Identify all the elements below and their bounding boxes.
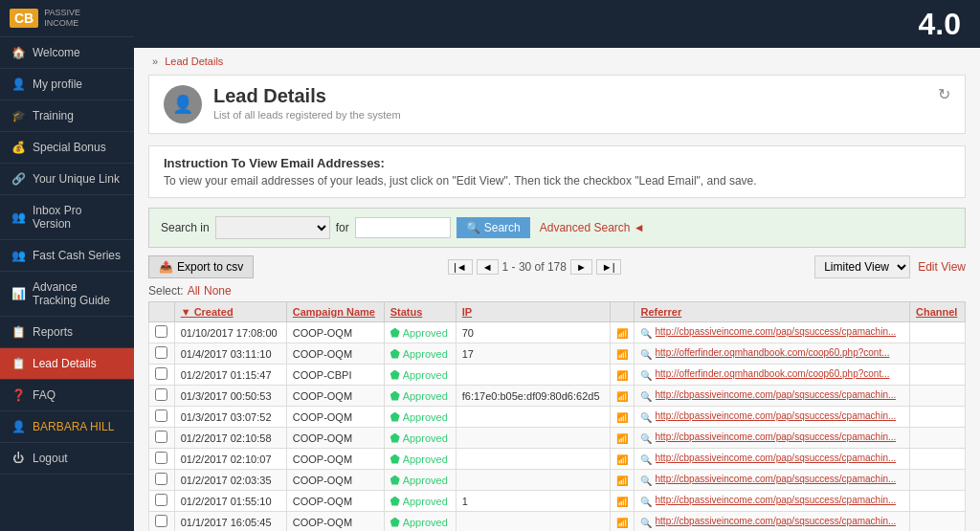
row-campaign: COOP-CBPI bbox=[286, 365, 384, 386]
prev-page-button[interactable]: ◄ bbox=[477, 259, 499, 275]
row-created: 01/2/2017 02:10:07 bbox=[174, 449, 286, 470]
breadcrumb: » Lead Details bbox=[148, 55, 966, 67]
pagination-info: |◄ ◄ 1 - 30 of 178 ► ►| bbox=[448, 259, 621, 275]
table-row[interactable]: 01/2/2017 02:03:35 COOP-OQM Approved 📶 🔍… bbox=[149, 470, 966, 491]
sidebar-item-reports[interactable]: 📋 Reports bbox=[0, 317, 134, 348]
sidebar-item-training[interactable]: 🎓 Training bbox=[0, 100, 134, 132]
row-ip bbox=[456, 365, 610, 386]
row-ip bbox=[456, 449, 610, 470]
sidebar-item-logout[interactable]: ⏻ Logout bbox=[0, 443, 134, 475]
row-channel bbox=[909, 343, 965, 365]
page-header-avatar: 👤 bbox=[164, 85, 202, 123]
row-status: Approved bbox=[384, 365, 456, 386]
refresh-button[interactable]: ↻ bbox=[938, 85, 950, 103]
table-row[interactable]: 01/2/2017 02:10:58 COOP-OQM Approved 📶 🔍… bbox=[149, 428, 966, 449]
export-csv-button[interactable]: 📤 Export to csv bbox=[148, 255, 254, 278]
row-campaign: COOP-OQM bbox=[286, 449, 384, 470]
row-created: 01/2/2017 02:10:58 bbox=[174, 428, 286, 449]
row-checkbox[interactable] bbox=[149, 343, 175, 365]
select-label: Select: bbox=[148, 284, 184, 298]
select-none-link[interactable]: None bbox=[204, 284, 232, 298]
sidebar-item-faq-label: FAQ bbox=[33, 388, 56, 402]
referrer-link[interactable]: http://offerfinder.oqmhandbook.com/coop6… bbox=[656, 347, 890, 358]
sidebar-item-training-label: Training bbox=[33, 109, 74, 122]
reports-icon: 📋 bbox=[11, 325, 25, 339]
sidebar-nav: 🏠 Welcome 👤 My profile 🎓 Training 💰 Spec… bbox=[0, 37, 134, 531]
referrer-link[interactable]: http://cbpassiveincome.com/pap/sqsuccess… bbox=[656, 410, 897, 421]
table-row[interactable]: 01/4/2017 03:11:10 COOP-OQM Approved 17 … bbox=[149, 343, 966, 365]
search-in-select[interactable] bbox=[215, 216, 330, 239]
row-checkbox[interactable] bbox=[149, 512, 175, 532]
advanced-search-link[interactable]: Advanced Search ◄ bbox=[540, 221, 645, 234]
referrer-link[interactable]: http://cbpassiveincome.com/pap/sqsuccess… bbox=[656, 516, 897, 526]
edit-view-link[interactable]: Edit View bbox=[918, 260, 966, 274]
breadcrumb-link[interactable]: Lead Details bbox=[165, 55, 223, 67]
referrer-link[interactable]: http://cbpassiveincome.com/pap/sqsuccess… bbox=[656, 453, 897, 463]
sidebar-item-faq[interactable]: ❓ FAQ bbox=[0, 380, 134, 411]
col-status[interactable]: Status bbox=[384, 302, 456, 322]
referrer-link[interactable]: http://cbpassiveincome.com/pap/sqsuccess… bbox=[656, 495, 897, 505]
row-status: Approved bbox=[384, 449, 456, 470]
row-checkbox[interactable] bbox=[149, 428, 175, 449]
table-row[interactable]: 01/10/2017 17:08:00 COOP-OQM Approved 70… bbox=[149, 322, 966, 343]
status-dot bbox=[390, 476, 400, 485]
row-channel bbox=[909, 449, 965, 470]
row-checkbox[interactable] bbox=[149, 449, 175, 470]
sidebar-item-lead-details[interactable]: 📋 Lead Details bbox=[0, 348, 134, 380]
sidebar-item-my-profile-label: My profile bbox=[33, 77, 82, 91]
first-page-button[interactable]: |◄ bbox=[448, 259, 473, 275]
referrer-link[interactable]: http://cbpassiveincome.com/pap/sqsuccess… bbox=[656, 474, 897, 484]
search-input[interactable] bbox=[355, 217, 451, 238]
row-channel bbox=[909, 512, 965, 532]
user-icon: 👤 bbox=[11, 77, 25, 91]
referrer-link[interactable]: http://cbpassiveincome.com/pap/sqsuccess… bbox=[656, 431, 897, 442]
sidebar-item-fast-cash[interactable]: 👥 Fast Cash Series bbox=[0, 240, 134, 272]
search-button[interactable]: 🔍 Search bbox=[457, 217, 530, 238]
col-referrer[interactable]: Referrer bbox=[635, 302, 910, 322]
table-row[interactable]: 01/2/2017 02:10:07 COOP-OQM Approved 📶 🔍… bbox=[149, 449, 966, 470]
sidebar-item-my-profile[interactable]: 👤 My profile bbox=[0, 69, 134, 100]
sidebar-item-special-bonus[interactable]: 💰 Special Bonus bbox=[0, 132, 134, 164]
view-select[interactable]: Limited View bbox=[814, 255, 910, 278]
faq-icon: ❓ bbox=[11, 388, 25, 402]
for-label: for bbox=[336, 221, 349, 234]
content-area: » Lead Details 👤 Lead Details List of al… bbox=[134, 48, 980, 531]
referrer-link[interactable]: http://cbpassiveincome.com/pap/sqsuccess… bbox=[656, 389, 897, 400]
instruction-box: Instruction To View Email Addresses: To … bbox=[148, 145, 966, 198]
row-checkbox[interactable] bbox=[149, 365, 175, 386]
row-checkbox[interactable] bbox=[149, 322, 175, 343]
row-campaign: COOP-OQM bbox=[286, 386, 384, 407]
row-referrer: 🔍 http://offerfinder.oqmhandbook.com/coo… bbox=[635, 343, 910, 365]
sidebar-item-advance-tracking[interactable]: 📊 Advance Tracking Guide bbox=[0, 272, 134, 317]
referrer-link[interactable]: http://cbpassiveincome.com/pap/sqsuccess… bbox=[656, 326, 897, 337]
col-created[interactable]: ▼ Created bbox=[174, 302, 286, 322]
row-created: 01/3/2017 03:07:52 bbox=[174, 407, 286, 428]
row-ip bbox=[456, 470, 610, 491]
row-campaign: COOP-OQM bbox=[286, 428, 384, 449]
next-page-button[interactable]: ► bbox=[570, 259, 592, 275]
row-checkbox[interactable] bbox=[149, 491, 175, 512]
last-page-button[interactable]: ►| bbox=[596, 259, 621, 275]
sidebar-item-unique-link[interactable]: 🔗 Your Unique Link bbox=[0, 164, 134, 195]
row-campaign: COOP-OQM bbox=[286, 512, 384, 532]
sidebar-item-user-profile[interactable]: 👤 BARBARA HILL bbox=[0, 411, 134, 443]
row-checkbox[interactable] bbox=[149, 470, 175, 491]
table-row[interactable]: 01/3/2017 03:07:52 COOP-OQM Approved 📶 🔍… bbox=[149, 407, 966, 428]
row-checkbox[interactable] bbox=[149, 386, 175, 407]
table-row[interactable]: 01/2/2017 01:15:47 COOP-CBPI Approved 📶 … bbox=[149, 365, 966, 386]
col-channel[interactable]: Channel bbox=[909, 302, 965, 322]
col-ip[interactable]: IP bbox=[456, 302, 610, 322]
select-all-link[interactable]: All bbox=[188, 284, 200, 298]
referrer-link[interactable]: http://offerfinder.oqmhandbook.com/coop6… bbox=[656, 368, 890, 379]
sidebar-item-inbox-pro[interactable]: 👥 Inbox Pro Version bbox=[0, 195, 134, 240]
table-row[interactable]: 01/1/2017 16:05:45 COOP-OQM Approved 📶 🔍… bbox=[149, 512, 966, 532]
table-row[interactable]: 01/3/2017 00:50:53 COOP-OQM Approved f6:… bbox=[149, 386, 966, 407]
sidebar-item-welcome[interactable]: 🏠 Welcome bbox=[0, 37, 134, 69]
row-checkbox[interactable] bbox=[149, 407, 175, 428]
col-campaign[interactable]: Campaign Name bbox=[286, 302, 384, 322]
link-icon: 🔗 bbox=[11, 172, 25, 186]
table-row[interactable]: 01/2/2017 01:55:10 COOP-OQM Approved 1 📶… bbox=[149, 491, 966, 512]
status-dot bbox=[390, 349, 400, 359]
row-referrer: 🔍 http://cbpassiveincome.com/pap/sqsucce… bbox=[635, 449, 910, 470]
row-ip bbox=[456, 407, 610, 428]
